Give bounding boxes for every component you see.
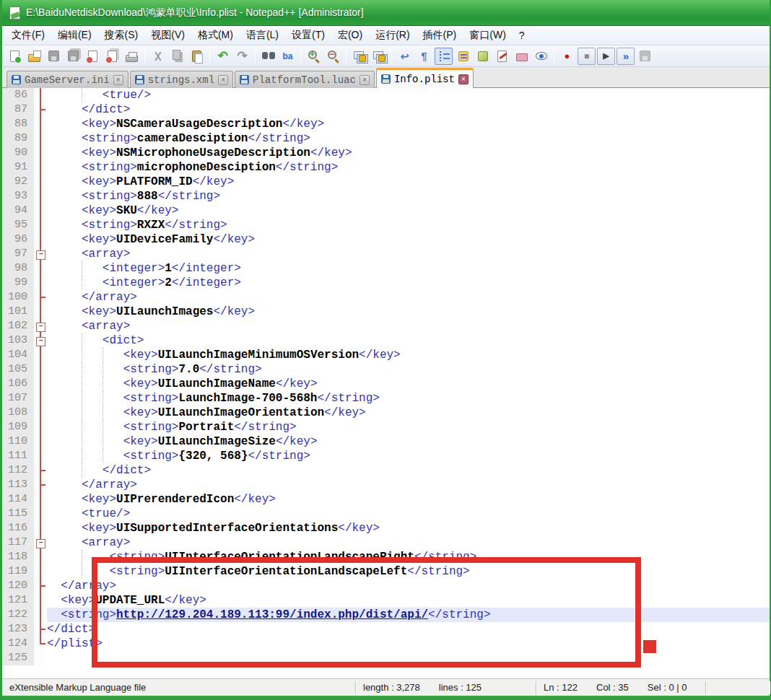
tab-strings-xml[interactable]: strings.xml× — [130, 71, 233, 88]
print-icon[interactable] — [123, 48, 141, 65]
tab-platformtool-luac[interactable]: PlatformTool.luac× — [235, 71, 375, 88]
code-text[interactable]: <key>UILaunchImageName</key> — [47, 377, 770, 391]
fold-collapse-icon[interactable] — [34, 247, 47, 261]
code-text[interactable]: </array> — [47, 290, 770, 305]
menu-item-search[interactable]: 搜索(S) — [98, 26, 145, 45]
show-all-characters-icon[interactable]: ¶ — [415, 48, 433, 65]
new-file-icon[interactable] — [6, 48, 24, 65]
code-text[interactable]: <true/> — [47, 507, 770, 521]
record-macro-icon[interactable]: ● — [558, 48, 576, 65]
menu-item-settings[interactable]: 设置(T) — [285, 26, 331, 45]
title-bar[interactable]: E:\BaiduNetdiskDownload\鸿蒙单职业\Info.plist… — [2, 0, 770, 26]
code-text[interactable]: <key>UISupportedInterfaceOrientations</k… — [47, 521, 770, 535]
code-text[interactable]: <key>NSCameraUsageDescription</key> — [47, 117, 770, 131]
monitoring-icon[interactable] — [532, 48, 550, 65]
code-text[interactable]: </dict> — [47, 622, 770, 636]
menu-item-macro[interactable]: 宏(O) — [331, 26, 369, 45]
sync-horizontal-scroll-icon[interactable] — [370, 48, 388, 65]
cut-icon[interactable] — [149, 48, 167, 65]
undo-icon[interactable]: ↶ — [214, 48, 232, 65]
close-tab-icon[interactable]: × — [113, 75, 123, 85]
menu-item-plugins[interactable]: 插件(P) — [417, 26, 463, 45]
paste-icon[interactable] — [188, 48, 206, 65]
open-file-icon[interactable] — [25, 48, 43, 65]
tab-gameserver-ini[interactable]: GameServer.ini× — [6, 71, 128, 88]
code-editor[interactable]: 86 <true/>87 </dict>88 <key>NSCameraUsag… — [2, 88, 770, 678]
menu-item-language[interactable]: 语言(L) — [240, 26, 285, 45]
code-text[interactable]: <key>UIPrerenderedIcon</key> — [47, 492, 770, 507]
code-text[interactable]: <string>{320, 568}</string> — [47, 449, 770, 463]
menu-item-window[interactable]: 窗口(W) — [463, 26, 513, 45]
close-tab-icon[interactable]: × — [218, 75, 228, 85]
close-icon[interactable] — [84, 48, 102, 65]
function-list-icon[interactable] — [454, 48, 472, 65]
code-text[interactable]: <string>cameraDesciption</string> — [47, 131, 770, 146]
code-text[interactable]: <string>microphoneDesciption</string> — [47, 160, 770, 175]
fold-collapse-icon[interactable] — [34, 319, 47, 333]
code-text[interactable]: <string>UIInterfaceOrientationLandscapeR… — [47, 550, 770, 564]
code-text[interactable]: <key>UILaunchImages</key> — [47, 305, 770, 319]
code-text[interactable]: <key>PLATFORM_ID</key> — [47, 175, 770, 189]
url-link[interactable]: http://129.204.189.113:99/index.php/dist… — [116, 608, 428, 621]
code-text[interactable]: <key>NSMicrophoneUsageDescription</key> — [47, 146, 770, 160]
find-icon[interactable] — [259, 48, 277, 65]
code-text[interactable]: <string>Portrait</string> — [47, 420, 770, 434]
menu-item-format[interactable]: 格式(M) — [191, 26, 240, 45]
code-text[interactable]: </dict> — [47, 463, 770, 478]
code-text[interactable]: <key>UPDATE_URL</key> — [47, 593, 770, 608]
code-text[interactable]: <integer>1</integer> — [47, 261, 770, 276]
menu-item-view[interactable]: 视图(V) — [144, 26, 191, 45]
code-text[interactable]: <string>7.0</string> — [47, 362, 770, 377]
code-text[interactable]: <key>UILaunchImageMinimumOSVersion</key> — [47, 348, 770, 362]
code-text[interactable]: <string>LaunchImage-700-568h</string> — [47, 391, 770, 406]
redo-icon[interactable]: ↷ — [233, 48, 251, 65]
fold-collapse-icon[interactable] — [34, 333, 47, 348]
fold-collapse-icon[interactable] — [34, 535, 47, 550]
code-text[interactable]: </array> — [47, 478, 770, 492]
menu-item-file[interactable]: 文件(F) — [5, 26, 51, 45]
stop-recording-icon[interactable]: ■ — [578, 48, 596, 65]
code-text[interactable]: <array> — [47, 247, 770, 261]
user-defined-language-icon[interactable] — [493, 48, 511, 65]
code-text[interactable]: <key>UILaunchImageSize</key> — [47, 434, 770, 449]
close-all-icon[interactable] — [103, 48, 121, 65]
save-macro-icon[interactable] — [636, 48, 654, 65]
code-text[interactable]: <string>http://129.204.189.113:99/index.… — [47, 608, 770, 622]
code-text[interactable]: <string>UIInterfaceOrientationLandscapeL… — [47, 564, 770, 579]
code-text[interactable]: <string>RXZX</string> — [47, 218, 770, 232]
zoom-in-icon[interactable]: + — [305, 48, 323, 65]
code-text[interactable]: <array> — [47, 319, 770, 333]
replace-icon[interactable]: ba — [279, 48, 297, 65]
code-text[interactable]: </array> — [47, 579, 770, 593]
close-tab-icon[interactable]: × — [360, 75, 370, 85]
code-text[interactable] — [47, 651, 770, 665]
run-macro-multiple-icon[interactable]: » — [617, 48, 635, 65]
editor-line-125: 125 — [2, 651, 770, 665]
code-text[interactable]: </dict> — [47, 102, 770, 117]
code-text[interactable]: </plist> — [47, 636, 770, 651]
code-text[interactable]: <true/> — [47, 88, 770, 102]
code-text[interactable]: <dict> — [47, 333, 770, 348]
code-text[interactable]: <string>888</string> — [47, 189, 770, 204]
code-text[interactable]: <key>UILaunchImageOrientation</key> — [47, 406, 770, 420]
playback-macro-icon[interactable]: ▶ — [597, 48, 615, 65]
menu-item-run[interactable]: 运行(R) — [369, 26, 416, 45]
document-map-icon[interactable] — [474, 48, 492, 65]
menu-item-edit[interactable]: 编辑(E) — [51, 26, 98, 45]
xml-tag: </key> — [338, 522, 380, 535]
sync-vertical-scroll-icon[interactable] — [350, 48, 368, 65]
tab-info-plist[interactable]: Info.plist× — [376, 68, 474, 88]
close-tab-icon[interactable]: × — [458, 74, 469, 84]
save-all-icon[interactable] — [64, 48, 82, 65]
word-wrap-icon[interactable]: ↩ — [396, 48, 414, 65]
code-text[interactable]: <array> — [47, 535, 770, 550]
copy-icon[interactable] — [168, 48, 186, 65]
zoom-out-icon[interactable]: − — [324, 48, 342, 65]
code-text[interactable]: <key>UIDeviceFamily</key> — [47, 232, 770, 247]
save-icon[interactable] — [45, 48, 63, 65]
menu-item-help[interactable]: ? — [513, 27, 531, 44]
code-text[interactable]: <integer>2</integer> — [47, 276, 770, 290]
folder-as-workspace-icon[interactable] — [513, 48, 531, 65]
code-text[interactable]: <key>SKU</key> — [47, 204, 770, 218]
indent-guide-icon[interactable] — [435, 48, 453, 65]
